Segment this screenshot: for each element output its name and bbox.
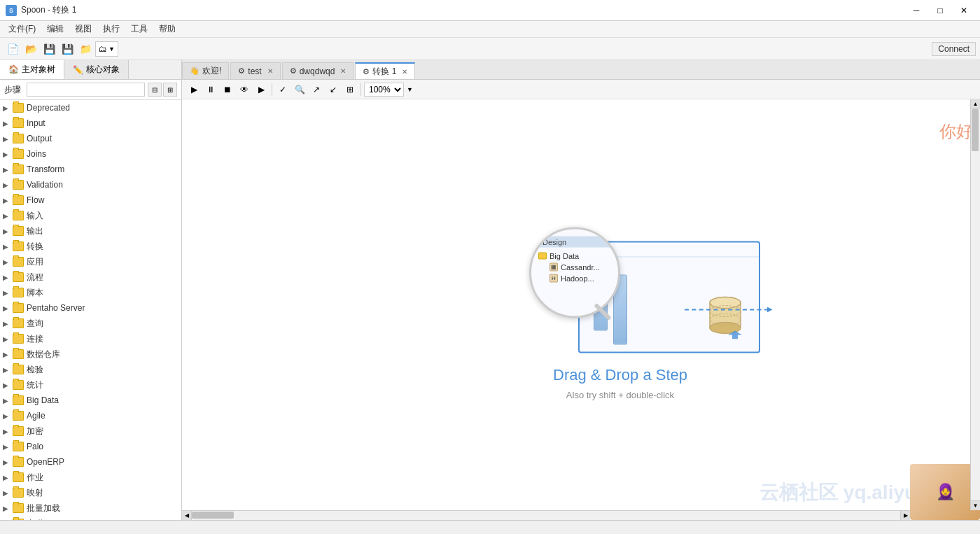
tab-dwqdwqd[interactable]: ⚙ dwqdwqd ✕ <box>282 62 354 79</box>
folder-icon <box>13 411 24 421</box>
h-scroll-btn-left[interactable]: ◀ <box>182 511 192 521</box>
tree-item-encrypt[interactable]: ▶ 加密 <box>0 423 181 439</box>
expand-all-button[interactable]: ⊞ <box>163 83 177 97</box>
minimize-button[interactable]: ─ <box>906 3 927 17</box>
folder-icon <box>13 395 24 405</box>
folder-icon <box>13 349 24 359</box>
expand-arrow-icon: ▶ <box>3 104 13 112</box>
h-scroll-thumb[interactable] <box>192 512 234 519</box>
tree-item-connect[interactable]: ▶ 连接 <box>0 331 181 346</box>
v-scroll-thumb[interactable] <box>972 109 979 151</box>
tree-item-pentaho-server[interactable]: ▶ Pentaho Server <box>0 300 181 316</box>
menu-edit[interactable]: 编辑 <box>41 22 69 36</box>
tree-item-output[interactable]: ▶ Output <box>0 131 181 146</box>
tab-close-active-icon[interactable]: ✕ <box>402 68 407 76</box>
tab-transform1[interactable]: ⚙ 转换 1 ✕ <box>355 62 415 79</box>
tree-item-workflow[interactable]: ▶ 流程 <box>0 269 181 285</box>
collapse-all-button[interactable]: ⊟ <box>148 83 162 97</box>
v-scrollbar[interactable]: ▲ ▼ <box>970 99 980 510</box>
save-as-button[interactable]: 💾 <box>59 41 76 57</box>
close-button[interactable]: ✕ <box>953 3 974 17</box>
tree-item-transform[interactable]: ▶ Transform <box>0 162 181 177</box>
tree-item-dw[interactable]: ▶ 数据仓库 <box>0 346 181 362</box>
tree-item-bulk-load[interactable]: ▶ 批量加载 <box>0 500 181 516</box>
preview-button[interactable]: 👁 <box>237 82 252 97</box>
tab-test[interactable]: ⚙ test ✕ <box>230 62 280 79</box>
folder-icon <box>13 226 24 236</box>
tree-item-bigdata[interactable]: ▶ Big Data <box>0 393 181 408</box>
expand-arrow-icon: ▶ <box>3 443 13 451</box>
folder-icon <box>13 257 24 267</box>
tab-core-objects[interactable]: ✏️ 核心对象 <box>64 60 129 79</box>
folder-icon <box>13 272 24 282</box>
character-image: 🧕 <box>910 464 980 520</box>
menu-file[interactable]: 文件(F) <box>3 22 41 36</box>
check-button[interactable]: ✓ <box>275 82 290 97</box>
menu-execute[interactable]: 执行 <box>97 22 125 36</box>
tree-item-label: 映射 <box>27 487 43 499</box>
expand-arrow-icon: ▶ <box>3 212 13 220</box>
folder-button[interactable]: 📁 <box>77 41 94 57</box>
canvas-area[interactable]: Design Big Data ▦ Cassandr... <box>182 99 980 520</box>
v-scroll-btn-down[interactable]: ▼ <box>971 500 981 510</box>
folder-icon <box>13 118 24 128</box>
tree-item-deprecated[interactable]: ▶ Deprecated <box>0 100 181 115</box>
menu-view[interactable]: 视图 <box>69 22 97 36</box>
tree-item-flow[interactable]: ▶ Flow <box>0 192 181 208</box>
tree-item-input[interactable]: ▶ Input <box>0 115 181 131</box>
tree-item-palo[interactable]: ▶ Palo <box>0 439 181 454</box>
save-button[interactable]: 💾 <box>41 41 57 57</box>
layer-dropdown[interactable]: 🗂 ▼ <box>95 41 118 57</box>
tree-item-validation[interactable]: ▶ Validation <box>0 177 181 192</box>
stop-button[interactable]: ⏹ <box>220 82 235 97</box>
tree-item-apply[interactable]: ▶ 应用 <box>0 254 181 269</box>
folder-icon <box>13 103 24 113</box>
analyze-button[interactable]: 🔍 <box>292 82 307 97</box>
steps-search-input[interactable] <box>27 83 145 97</box>
connect-label[interactable]: Connect <box>932 42 976 56</box>
tab-close-icon[interactable]: ✕ <box>340 67 346 75</box>
expand-arrow-icon: ▶ <box>3 304 13 312</box>
folder-icon <box>13 180 24 190</box>
tree-item-label: 统计 <box>27 379 43 391</box>
tree-item-label: Deprecated <box>27 103 70 113</box>
tab-label: dwqdwqd <box>300 66 335 76</box>
tree-item-label: Transform <box>27 164 64 174</box>
import-button[interactable]: ↙ <box>326 82 341 97</box>
h-scroll-btn-right[interactable]: ▶ <box>900 511 910 521</box>
tree-item-chinese-output[interactable]: ▶ 输出 <box>0 223 181 239</box>
editor-tab-bar: 👋 欢迎! ⚙ test ✕ ⚙ dwqdwqd ✕ ⚙ 转换 1 ✕ <box>182 60 980 80</box>
maximize-button[interactable]: □ <box>930 3 951 17</box>
tree-item-joins[interactable]: ▶ Joins <box>0 146 181 162</box>
h-scrollbar[interactable]: ◀ ▶ <box>182 510 910 520</box>
tree-item-chinese-input[interactable]: ▶ 输入 <box>0 208 181 223</box>
tree-item-label: 查询 <box>27 318 43 330</box>
run-options-button[interactable]: ▶ <box>253 82 269 97</box>
tree-item-convert[interactable]: ▶ 转换 <box>0 239 181 254</box>
menu-tools[interactable]: 工具 <box>125 22 153 36</box>
grid-button[interactable]: ⊞ <box>342 82 358 97</box>
tree-item-query[interactable]: ▶ 查询 <box>0 316 181 331</box>
tree-item-job[interactable]: ▶ 作业 <box>0 470 181 485</box>
menu-help[interactable]: 帮助 <box>153 22 181 36</box>
pause-button[interactable]: ⏸ <box>203 82 218 97</box>
export-button[interactable]: ↗ <box>309 82 324 97</box>
new-button[interactable]: 📄 <box>4 41 21 57</box>
tree-item-mapping[interactable]: ▶ 映射 <box>0 485 181 500</box>
tree-item-openerp[interactable]: ▶ OpenERP <box>0 454 181 470</box>
folder-icon <box>13 488 24 498</box>
tree-item-validate[interactable]: ▶ 检验 <box>0 362 181 377</box>
open-button[interactable]: 📂 <box>22 41 39 57</box>
play-button[interactable]: ▶ <box>186 82 202 97</box>
tree-item-stats[interactable]: ▶ 统计 <box>0 377 181 393</box>
tab-main-objects[interactable]: 🏠 主对象树 <box>0 60 64 79</box>
layer-icon: 🗂 <box>99 44 107 54</box>
main-objects-label: 主对象树 <box>22 64 55 76</box>
tab-welcome[interactable]: 👋 欢迎! <box>182 62 229 79</box>
expand-arrow-icon: ▶ <box>3 458 13 466</box>
tree-item-script[interactable]: ▶ 脚本 <box>0 285 181 300</box>
tree-item-agile[interactable]: ▶ Agile <box>0 408 181 423</box>
zoom-select[interactable]: 50% 75% 100% 150% 200% <box>364 83 404 97</box>
tab-close-icon[interactable]: ✕ <box>267 67 273 75</box>
v-scroll-btn-up[interactable]: ▲ <box>971 99 981 109</box>
